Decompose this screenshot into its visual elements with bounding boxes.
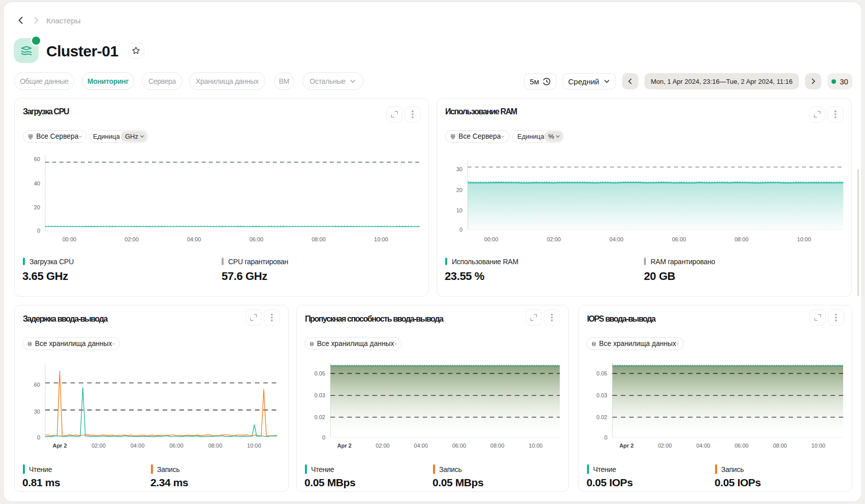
svg-text:10:00: 10:00 <box>247 443 261 449</box>
svg-text:02:00: 02:00 <box>658 443 672 449</box>
svg-text:08:00: 08:00 <box>734 236 749 242</box>
svg-text:0: 0 <box>459 227 462 233</box>
svg-text:0: 0 <box>37 434 40 440</box>
svg-text:60: 60 <box>34 156 40 162</box>
svg-text:08:00: 08:00 <box>312 236 326 242</box>
svg-text:0.02: 0.02 <box>597 414 607 420</box>
svg-text:30: 30 <box>456 166 462 172</box>
svg-text:20: 20 <box>456 187 462 193</box>
svg-text:04:00: 04:00 <box>609 236 624 242</box>
svg-text:10:00: 10:00 <box>811 443 825 449</box>
svg-text:00:00: 00:00 <box>484 236 499 242</box>
svg-text:10: 10 <box>456 207 462 213</box>
svg-text:0: 0 <box>37 228 40 234</box>
svg-text:02:00: 02:00 <box>125 236 139 242</box>
svg-text:0: 0 <box>322 434 325 440</box>
svg-text:06:00: 06:00 <box>169 443 183 449</box>
svg-text:04:00: 04:00 <box>187 236 201 242</box>
svg-text:06:00: 06:00 <box>672 236 686 242</box>
svg-text:06:00: 06:00 <box>734 443 749 449</box>
svg-text:30: 30 <box>34 408 40 415</box>
svg-text:02:00: 02:00 <box>91 443 106 449</box>
svg-text:0.02: 0.02 <box>315 414 325 420</box>
svg-text:10:00: 10:00 <box>797 236 811 242</box>
svg-text:06:00: 06:00 <box>452 443 467 449</box>
svg-text:00:00: 00:00 <box>63 236 77 242</box>
svg-text:10:00: 10:00 <box>374 236 388 242</box>
svg-text:04:00: 04:00 <box>414 443 428 449</box>
svg-text:0: 0 <box>604 434 607 440</box>
svg-text:08:00: 08:00 <box>773 443 787 449</box>
svg-text:0.03: 0.03 <box>315 392 325 398</box>
svg-text:Apr 2: Apr 2 <box>52 443 67 449</box>
svg-text:10:00: 10:00 <box>529 443 543 449</box>
svg-text:60: 60 <box>34 382 40 388</box>
svg-text:06:00: 06:00 <box>250 236 264 242</box>
svg-text:02:00: 02:00 <box>547 236 561 242</box>
svg-text:04:00: 04:00 <box>696 443 710 449</box>
svg-text:Apr 2: Apr 2 <box>337 443 352 449</box>
svg-text:0.05: 0.05 <box>315 370 325 376</box>
svg-text:02:00: 02:00 <box>376 443 390 449</box>
svg-text:04:00: 04:00 <box>131 443 145 449</box>
svg-text:08:00: 08:00 <box>208 443 223 449</box>
svg-text:20: 20 <box>34 204 40 210</box>
svg-text:0.05: 0.05 <box>597 370 607 376</box>
svg-text:40: 40 <box>34 180 40 186</box>
svg-text:08:00: 08:00 <box>490 443 505 449</box>
svg-text:Apr 2: Apr 2 <box>620 443 634 449</box>
svg-text:0.03: 0.03 <box>597 392 607 398</box>
